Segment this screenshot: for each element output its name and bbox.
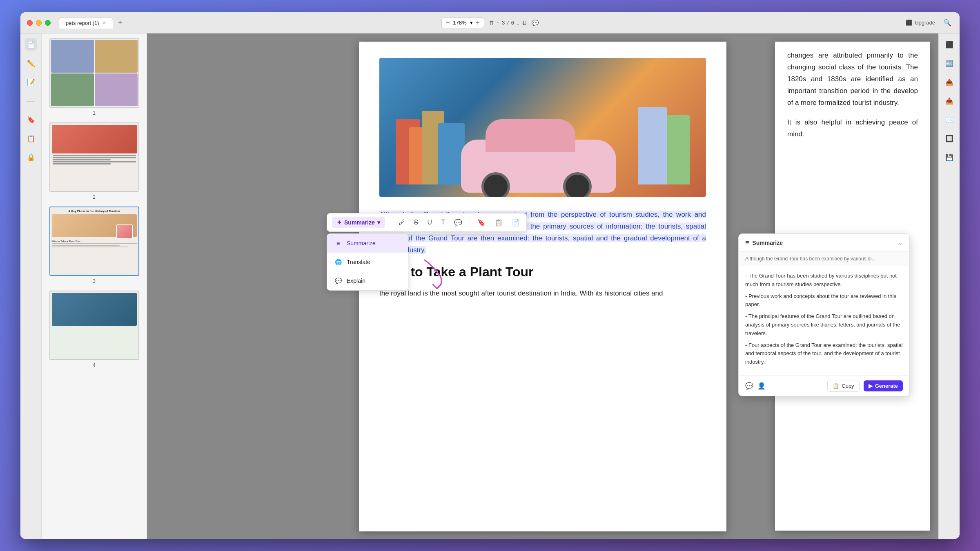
tab-label: pets report (1): [66, 20, 99, 26]
upgrade-icon: ⬛: [906, 20, 912, 26]
page-separator: /: [507, 20, 509, 26]
menu-item-explain[interactable]: 💬 Explain: [327, 271, 408, 290]
minimize-button[interactable]: [36, 20, 42, 26]
strikethrough-button[interactable]: S: [412, 217, 420, 228]
paste-toolbar-button[interactable]: 📄: [510, 217, 521, 228]
sidebar-icon-notes[interactable]: 📝: [25, 76, 37, 88]
ai-footer-person-icon[interactable]: 👤: [757, 382, 766, 390]
thumb2-line2: [53, 157, 136, 158]
ai-footer-comment-icon[interactable]: 💬: [745, 382, 753, 390]
summarize-label: Summarize: [344, 219, 375, 226]
thumb3-image: [52, 214, 137, 237]
explain-menu-icon: 💬: [334, 276, 343, 285]
thumb2-text: [52, 154, 137, 165]
ai-bullet-2: - Previous work and concepts about the t…: [745, 292, 903, 309]
thumb2-line1: [53, 155, 136, 156]
zoom-dropdown-icon[interactable]: ▾: [470, 20, 473, 26]
zoom-level[interactable]: 178%: [453, 20, 466, 26]
translate-menu-icon: 🌐: [334, 258, 343, 267]
sidebar-icon-lock[interactable]: 🔒: [25, 151, 37, 163]
thumbnail-3-label: 3: [93, 278, 96, 284]
sidebar-icon-clipboard[interactable]: 📋: [25, 132, 37, 144]
thumbnail-panel: 1: [42, 33, 147, 539]
zoom-control: − 178% ▾ +: [441, 18, 484, 28]
ai-panel-footer: 💬 👤 📋 Copy ▶ Generate: [739, 375, 909, 396]
section-heading: Why to Take a Plant Tour: [379, 264, 706, 280]
menu-item-summarize[interactable]: ≡ Summarize: [327, 234, 408, 253]
tab-close-icon[interactable]: ✕: [102, 20, 106, 26]
thumb2-image: [52, 125, 137, 153]
thumb3-image2: [116, 224, 133, 239]
tab-pets-report[interactable]: pets report (1) ✕: [59, 17, 113, 29]
upgrade-button[interactable]: ⬛ Upgrade: [906, 20, 935, 26]
close-button[interactable]: [27, 20, 33, 26]
right-icon-share[interactable]: 📤: [943, 95, 956, 107]
zoom-in-button[interactable]: +: [476, 20, 480, 26]
sidebar-icon-bookmarks[interactable]: 🔖: [25, 113, 37, 126]
sidebar: 📄 ✏️ 📝 — 🔖 📋 🔒: [20, 33, 147, 539]
generate-icon: ▶: [869, 383, 873, 389]
ai-summary-panel: ≡ Summarize ⌄ Although the Grand Tour ha…: [738, 233, 910, 396]
highlight-button[interactable]: 🖊: [397, 217, 407, 228]
sidebar-icon-pages[interactable]: 📄: [25, 38, 37, 51]
comment-button[interactable]: 💬: [532, 20, 539, 26]
thumbnail-3-preview: A Key Phase in the History of Tourism Wh…: [49, 207, 139, 276]
tab-area: pets report (1) ✕ +: [59, 17, 125, 29]
copy-toolbar-button[interactable]: 📋: [493, 217, 504, 228]
right-panel-text1: changes are attributed primarily to the …: [787, 50, 918, 109]
right-icon-save[interactable]: 💾: [943, 151, 956, 163]
thumb3-subtitle: Why to Take a Plant Tour: [52, 240, 137, 242]
search-button[interactable]: 🔍: [943, 19, 951, 27]
ai-panel-icon: ≡: [745, 239, 749, 247]
document-area: Although the Grand Tour has been examine…: [147, 33, 938, 539]
thumbnail-2-label: 2: [93, 194, 96, 200]
right-icon-square[interactable]: ⬛: [943, 38, 956, 51]
nav-last-button[interactable]: ⇊: [522, 20, 527, 26]
bookmark-toolbar-button[interactable]: 🔖: [476, 217, 487, 228]
toolbar-divider-2: [470, 218, 470, 227]
nav-prev-button[interactable]: ↑: [497, 20, 499, 26]
right-icon-mail[interactable]: ✉️: [943, 113, 956, 126]
text-toolbar: ✦ Summarize ▾ 🖊 S U T 💬 🔖 📋 📄: [327, 213, 527, 232]
thumbnail-4[interactable]: 4: [45, 291, 143, 368]
car-wheel-rear: [563, 172, 592, 197]
thumbnail-1-label: 1: [93, 110, 96, 116]
text-button[interactable]: T: [439, 217, 447, 228]
right-icon-grid[interactable]: 🔲: [943, 132, 956, 144]
generate-button[interactable]: ▶ Generate: [864, 380, 903, 391]
generate-label: Generate: [875, 383, 898, 389]
nav-next-button[interactable]: ↓: [517, 20, 519, 26]
comment-icon-button[interactable]: 💬: [452, 217, 464, 228]
ai-panel-header: ≡ Summarize ⌄: [739, 234, 909, 252]
thumb3-title: A Key Phase in the History of Tourism: [52, 209, 137, 213]
tab-add-button[interactable]: +: [115, 17, 126, 29]
copy-button[interactable]: 📋 Copy: [827, 380, 859, 392]
thumb2-line5: [53, 163, 111, 164]
building-6: [638, 107, 667, 184]
thumb3-line3: [52, 247, 128, 247]
traffic-lights: [27, 20, 51, 26]
menu-item-translate[interactable]: 🌐 Translate: [327, 253, 408, 271]
underline-button[interactable]: U: [425, 217, 434, 228]
explain-menu-label: Explain: [347, 278, 365, 284]
sidebar-icon-annotate[interactable]: ✏️: [25, 57, 37, 69]
ai-bullet-3: - The principal features of the Grand To…: [745, 312, 903, 338]
thumbnail-2[interactable]: 2: [45, 122, 143, 200]
right-icon-download[interactable]: 📥: [943, 76, 956, 88]
summarize-main-button[interactable]: ✦ Summarize ▾: [332, 217, 385, 228]
right-icon-ocr[interactable]: 🔤: [943, 57, 956, 69]
ai-panel-close-button[interactable]: ⌄: [898, 239, 903, 247]
thumb2-line4: [53, 161, 136, 162]
zoom-out-button[interactable]: −: [446, 20, 450, 26]
maximize-button[interactable]: [45, 20, 51, 26]
second-paragraph: the royal land is the most sought after …: [379, 288, 706, 300]
summarize-menu-icon: ≡: [334, 239, 343, 248]
thumbnail-1[interactable]: 1: [45, 38, 143, 116]
upgrade-label: Upgrade: [915, 20, 935, 26]
thumb3-line1: [52, 243, 137, 244]
copy-label: Copy: [842, 383, 854, 389]
thumbnail-3[interactable]: A Key Phase in the History of Tourism Wh…: [45, 207, 143, 284]
thumbnail-1-preview: [49, 38, 139, 108]
main-content: 📄 ✏️ 📝 — 🔖 📋 🔒: [20, 33, 960, 539]
nav-first-button[interactable]: ⇈: [489, 20, 494, 26]
